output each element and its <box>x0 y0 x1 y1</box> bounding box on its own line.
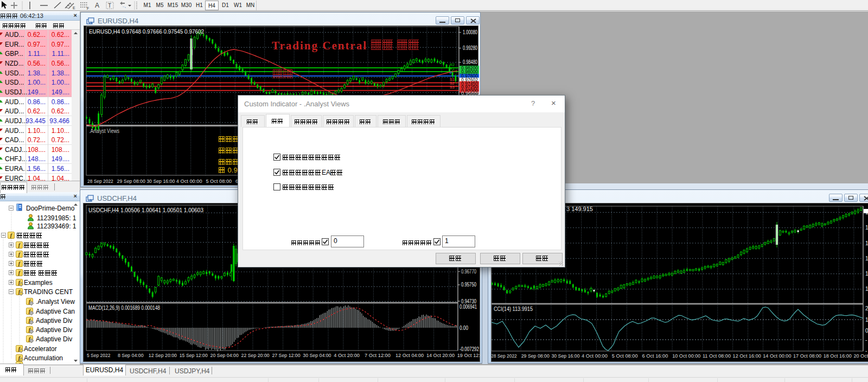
svg-text:R1: R1 <box>450 67 455 71</box>
svg-text:4 Oct 20:00: 4 Oct 20:00 <box>334 353 360 358</box>
svg-text:27 Sep 12:00: 27 Sep 12:00 <box>272 353 300 358</box>
svg-text:5 Sep 2022: 5 Sep 2022 <box>87 353 111 358</box>
svg-text:20 Sep 04:00: 20 Sep 04:00 <box>210 353 239 358</box>
svg-text:22 Sep 20:00: 22 Sep 20:00 <box>241 353 270 358</box>
svg-text:11 Oct 08:00: 11 Oct 08:00 <box>703 353 731 359</box>
svg-text:-0.007292: -0.007292 <box>459 346 479 352</box>
svg-text:17 Oct 08:00: 17 Oct 08:00 <box>793 353 821 359</box>
svg-text:14 Oct 00:00: 14 Oct 00:00 <box>763 353 791 359</box>
svg-text:8 Sep 04:00: 8 Sep 04:00 <box>118 353 144 358</box>
svg-text:12 Oct 16:00: 12 Oct 16:00 <box>733 353 761 359</box>
svg-text:2: 2 <box>865 305 868 311</box>
svg-text:1: 1 <box>865 256 868 262</box>
svg-text:MACD(12,26,9) 0.001689 0.00014: MACD(12,26,9) 0.001689 0.000148 <box>88 305 160 311</box>
svg-text:1: 1 <box>865 286 868 292</box>
svg-text:1: 1 <box>865 240 868 246</box>
svg-text:10 Oct 00:00: 10 Oct 00:00 <box>672 353 700 359</box>
svg-text:1: 1 <box>865 317 868 323</box>
svg-text:0.: 0. <box>865 328 868 334</box>
svg-text:14 Oct 20:00: 14 Oct 20:00 <box>426 353 455 358</box>
svg-text:19 Oct 12:00: 19 Oct 12:00 <box>457 353 481 358</box>
svg-text:1: 1 <box>865 271 868 277</box>
svg-text:T: T <box>108 3 111 9</box>
svg-text:0.99280: 0.99280 <box>463 45 477 51</box>
svg-text:4 Oct 00:00: 4 Oct 00:00 <box>176 179 202 184</box>
svg-text:12 Sep 20:00: 12 Sep 20:00 <box>149 353 177 358</box>
svg-text:0.96770: 0.96770 <box>461 269 476 275</box>
svg-text:-: - <box>865 337 867 343</box>
svg-text:30 Sep 04:00: 30 Sep 04:00 <box>303 353 331 358</box>
svg-text:15 Sep 12:00: 15 Sep 12:00 <box>180 353 208 358</box>
svg-text:7 Oct 12:00: 7 Oct 12:00 <box>365 353 391 358</box>
svg-text:6 Oct 16:00: 6 Oct 16:00 <box>642 353 668 359</box>
svg-text:30 Sep 16:00: 30 Sep 16:00 <box>146 179 175 184</box>
svg-text:1.00080: 1.00080 <box>463 29 477 35</box>
svg-text:30 Sep 16:00: 30 Sep 16:00 <box>551 353 579 359</box>
svg-text:.Analyst Views: .Analyst Views <box>89 128 119 134</box>
svg-text:5 Oct 08:00: 5 Oct 08:00 <box>612 353 638 359</box>
svg-text:E: E <box>73 6 75 10</box>
svg-text:CCI(14) 113.9915: CCI(14) 113.9915 <box>494 306 533 312</box>
svg-text:29 Sep 08:00: 29 Sep 08:00 <box>117 179 145 184</box>
svg-text:R2: R2 <box>450 63 455 67</box>
svg-text:28 Sep 2022: 28 Sep 2022 <box>492 353 517 359</box>
svg-text:S3: S3 <box>450 85 455 89</box>
svg-text:3 149.915: 3 149.915 <box>566 206 593 212</box>
svg-text:P: P <box>450 71 452 75</box>
svg-text:4 Oct 00:00: 4 Oct 00:00 <box>582 353 608 359</box>
svg-text:-: - <box>865 348 867 354</box>
svg-text:18 Oct 16:00: 18 Oct 16:00 <box>824 353 852 359</box>
svg-text:0.00: 0.00 <box>459 325 468 331</box>
svg-text:29 Sep 08:00: 29 Sep 08:00 <box>521 353 550 359</box>
svg-text:0.006941: 0.006941 <box>459 304 477 310</box>
svg-text:1: 1 <box>865 225 868 231</box>
svg-text:12 Oct 04:00: 12 Oct 04:00 <box>395 353 424 358</box>
svg-text:S2: S2 <box>450 81 455 85</box>
svg-text:28 Sep 2022: 28 Sep 2022 <box>87 179 113 184</box>
svg-text:USDCHF,H4 1.00506 1.00641 1.00: USDCHF,H4 1.00506 1.00641 1.00501 1.0060… <box>88 207 203 213</box>
svg-text:5 Oct 08:00: 5 Oct 08:00 <box>206 179 232 184</box>
svg-text:A: A <box>95 2 99 9</box>
svg-text:EURUSD,H4 0.97648 0.97666 0.97: EURUSD,H4 0.97648 0.97666 0.97545 0.9760… <box>89 28 204 35</box>
svg-text:F: F <box>87 7 89 10</box>
svg-text:0.95750: 0.95750 <box>461 282 476 288</box>
svg-text:0.94730: 0.94730 <box>461 298 476 304</box>
svg-text:20 Oct 00:00: 20 Oct 00:00 <box>853 353 868 359</box>
